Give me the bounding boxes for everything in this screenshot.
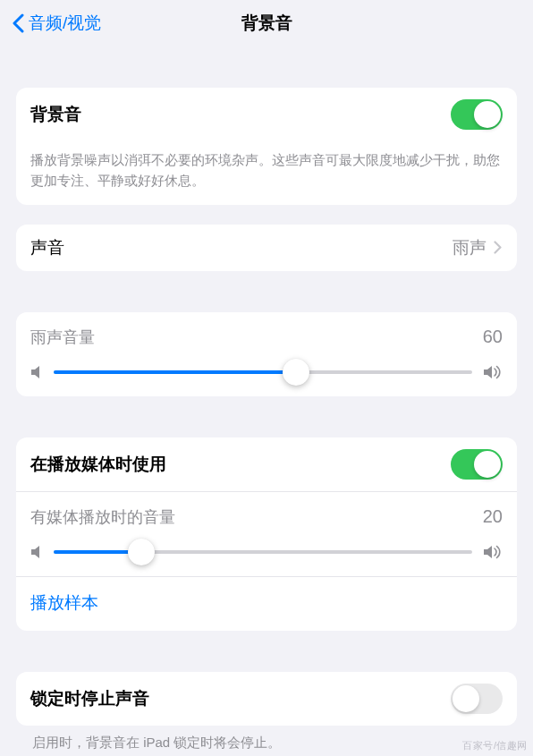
media-volume-slider[interactable]: [54, 550, 472, 554]
volume-high-icon: [483, 544, 503, 560]
navbar: 音频/视觉 背景音: [0, 0, 533, 47]
media-label: 在播放媒体时使用: [30, 453, 166, 476]
main-volume-label: 雨声音量: [30, 327, 95, 348]
watermark: 百家号/信趣网: [462, 739, 528, 752]
chevron-left-icon: [7, 13, 29, 34]
master-toggle[interactable]: [451, 99, 503, 130]
media-volume-value: 20: [483, 506, 503, 527]
main-volume-slider[interactable]: [54, 370, 472, 374]
master-label: 背景音: [30, 103, 81, 126]
back-label: 音频/视觉: [29, 12, 101, 35]
main-volume-value: 60: [483, 327, 503, 347]
sound-value: 雨声: [453, 236, 486, 259]
media-toggle[interactable]: [451, 449, 503, 480]
page-title: 背景音: [241, 12, 292, 35]
sample-row: 播放样本: [16, 576, 517, 631]
main-volume-group: 雨声音量 60: [16, 312, 517, 396]
media-toggle-row: 在播放媒体时使用: [16, 437, 517, 491]
master-desc: 播放背景噪声以消弭不必要的环境杂声。这些声音可最大限度地减少干扰，助您更加专注、…: [16, 141, 517, 205]
lock-group: 锁定时停止声音: [16, 672, 517, 726]
lock-toggle[interactable]: [451, 684, 503, 714]
lock-label: 锁定时停止声音: [30, 687, 149, 710]
media-group: 在播放媒体时使用 有媒体播放时的音量 20: [16, 437, 517, 631]
volume-high-icon: [483, 364, 503, 380]
volume-low-icon: [30, 364, 43, 380]
main-volume-section: 雨声音量 60: [16, 312, 517, 396]
play-sample-button[interactable]: 播放样本: [30, 593, 98, 612]
chevron-right-icon: [494, 241, 503, 255]
media-volume-label: 有媒体播放时的音量: [30, 506, 175, 528]
sound-label: 声音: [30, 236, 64, 259]
master-group: 背景音 播放背景噪声以消弭不必要的环境杂声。这些声音可最大限度地减少干扰，助您更…: [16, 88, 517, 205]
master-toggle-row: 背景音: [16, 88, 517, 141]
sound-row[interactable]: 声音 雨声: [16, 225, 517, 271]
back-button[interactable]: 音频/视觉: [7, 12, 101, 35]
sound-group: 声音 雨声: [16, 225, 517, 271]
volume-low-icon: [30, 544, 43, 560]
lock-desc: 启用时，背景音在 iPad 锁定时将会停止。: [16, 726, 517, 752]
lock-toggle-row: 锁定时停止声音: [16, 672, 517, 726]
media-volume-section: 有媒体播放时的音量 20: [16, 491, 517, 576]
